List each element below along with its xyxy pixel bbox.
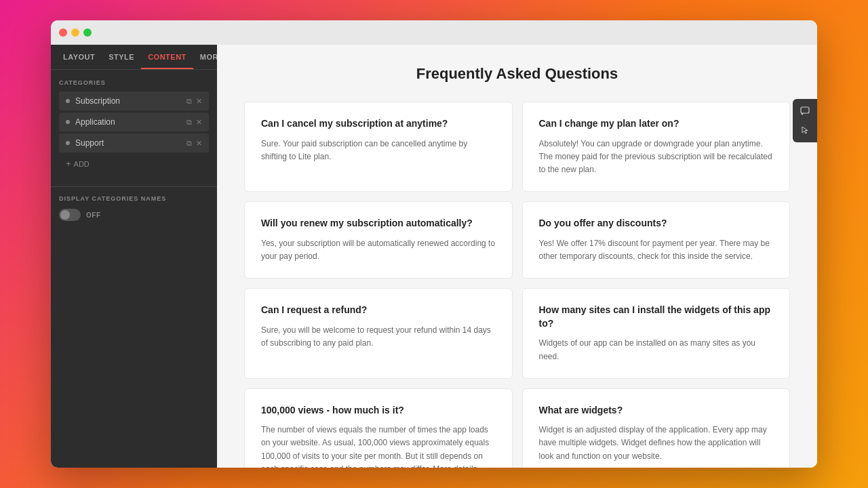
display-categories-label: DISPLAY CATEGORIES NAMES bbox=[59, 195, 209, 202]
category-support-name: Support bbox=[75, 138, 186, 148]
faq-card-cancel-subscription: Can I cancel my subscription at anytime?… bbox=[244, 102, 513, 192]
faq-answer: Sure. Your paid subscription can be canc… bbox=[261, 138, 496, 163]
category-subscription-name: Subscription bbox=[75, 96, 186, 106]
category-support[interactable]: Support ⧉ ✕ bbox=[59, 134, 209, 152]
dot-red[interactable] bbox=[59, 28, 67, 37]
faq-card-refund: Can I request a refund? Sure, you will b… bbox=[244, 288, 513, 379]
toggle-knob bbox=[60, 210, 70, 220]
category-dot-icon bbox=[66, 120, 70, 124]
copy-icon[interactable]: ⧉ bbox=[186, 97, 192, 106]
delete-icon[interactable]: ✕ bbox=[196, 139, 202, 148]
svg-rect-0 bbox=[801, 107, 809, 113]
sidebar-divider bbox=[51, 186, 217, 187]
category-subscription[interactable]: Subscription ⧉ ✕ bbox=[59, 92, 209, 110]
categories-label: CATEGORIES bbox=[59, 79, 209, 86]
category-application-name: Application bbox=[75, 117, 186, 127]
add-category-button[interactable]: + ADD bbox=[59, 155, 209, 173]
faq-question: Can I change my plan later on? bbox=[539, 117, 774, 131]
copy-icon[interactable]: ⧉ bbox=[186, 139, 192, 148]
sidebar-tabs: LAYOUT STYLE CONTENT MORE bbox=[51, 45, 217, 70]
toggle-state-label: OFF bbox=[86, 211, 101, 219]
faq-answer: Widget is an adjusted display of the app… bbox=[539, 424, 774, 463]
tab-more[interactable]: MORE bbox=[193, 45, 217, 69]
faq-card-widgets: What are widgets? Widget is an adjusted … bbox=[522, 388, 791, 468]
page-title: Frequently Asked Questions bbox=[244, 65, 790, 83]
category-dot-icon bbox=[66, 99, 70, 103]
category-application[interactable]: Application ⧉ ✕ bbox=[59, 113, 209, 131]
toolbar-pointer-button[interactable] bbox=[797, 122, 813, 138]
faq-question: What are widgets? bbox=[539, 404, 774, 418]
floating-toolbar bbox=[793, 99, 817, 142]
browser-window: LAYOUT STYLE CONTENT MORE CATEGORIES Sub… bbox=[51, 20, 817, 468]
faq-question: Will you renew my subscription automatic… bbox=[261, 217, 496, 230]
category-application-actions: ⧉ ✕ bbox=[186, 118, 202, 127]
tab-content[interactable]: CONTENT bbox=[141, 45, 193, 69]
tab-style[interactable]: STYLE bbox=[102, 45, 141, 69]
add-icon: + bbox=[66, 159, 71, 169]
main-content: Frequently Asked Questions Can I cancel … bbox=[217, 45, 817, 468]
display-names-toggle[interactable] bbox=[59, 209, 81, 221]
sidebar: LAYOUT STYLE CONTENT MORE CATEGORIES Sub… bbox=[51, 45, 217, 468]
faq-card-discounts: Do you offer any discounts? Yes! We offe… bbox=[522, 201, 791, 279]
faq-answer: Sure, you will be welcome to request you… bbox=[261, 324, 496, 350]
faq-answer: Widgets of our app can be installed on a… bbox=[539, 337, 774, 363]
tab-layout[interactable]: LAYOUT bbox=[56, 45, 102, 69]
category-dot-icon bbox=[66, 141, 70, 145]
dot-yellow[interactable] bbox=[71, 28, 79, 37]
display-section: DISPLAY CATEGORIES NAMES OFF bbox=[51, 195, 217, 221]
faq-card-change-plan: Can I change my plan later on? Absolutel… bbox=[522, 102, 791, 192]
toggle-row: OFF bbox=[59, 209, 209, 221]
copy-icon[interactable]: ⧉ bbox=[186, 118, 192, 127]
add-category-label: ADD bbox=[74, 160, 90, 168]
delete-icon[interactable]: ✕ bbox=[196, 97, 202, 106]
faq-question: 100,000 views - how much is it? bbox=[261, 404, 496, 418]
faq-answer: Yes, your subscription will be automatic… bbox=[261, 237, 496, 263]
faq-answer: Absolutely! You can upgrade or downgrade… bbox=[539, 138, 774, 177]
browser-dots bbox=[59, 28, 92, 37]
faq-grid: Can I cancel my subscription at anytime?… bbox=[244, 102, 790, 468]
toolbar-chat-button[interactable] bbox=[797, 103, 813, 119]
category-support-actions: ⧉ ✕ bbox=[186, 139, 202, 148]
delete-icon[interactable]: ✕ bbox=[196, 118, 202, 127]
browser-body: LAYOUT STYLE CONTENT MORE CATEGORIES Sub… bbox=[51, 45, 817, 468]
faq-card-renew: Will you renew my subscription automatic… bbox=[244, 201, 513, 279]
faq-answer: The number of views equals the number of… bbox=[261, 424, 496, 468]
category-subscription-actions: ⧉ ✕ bbox=[186, 97, 202, 106]
faq-answer: Yes! We offer 17% discount for payment p… bbox=[539, 237, 774, 263]
browser-titlebar bbox=[51, 20, 817, 45]
main-panel: Frequently Asked Questions Can I cancel … bbox=[217, 45, 817, 468]
categories-section: CATEGORIES Subscription ⧉ ✕ Application … bbox=[51, 70, 217, 178]
faq-card-views: 100,000 views - how much is it? The numb… bbox=[244, 388, 513, 468]
dot-green[interactable] bbox=[83, 28, 92, 37]
faq-card-install-sites: How many sites can I install the widgets… bbox=[522, 288, 791, 379]
faq-question: Can I request a refund? bbox=[261, 304, 496, 317]
faq-question: Can I cancel my subscription at anytime? bbox=[261, 117, 496, 131]
faq-question: How many sites can I install the widgets… bbox=[539, 304, 774, 330]
faq-question: Do you offer any discounts? bbox=[539, 217, 774, 230]
